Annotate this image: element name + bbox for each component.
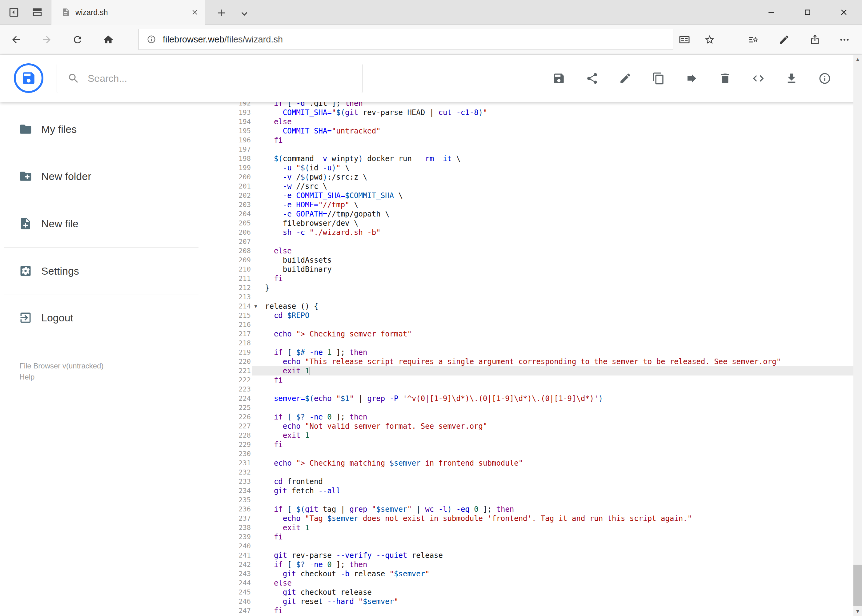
site-info-icon[interactable] [147, 35, 156, 44]
code-line-192[interactable]: 192 if [ -d .git ]; then [221, 102, 853, 108]
code-line-243[interactable]: 243 git checkout -b release "$semver" [221, 569, 853, 578]
code-line-236[interactable]: 236 if [ $(git tag | grep "$semver" | wc… [221, 504, 853, 514]
code-line-214[interactable]: 214▾release () { [221, 302, 853, 311]
browser-tab[interactable]: wizard.sh [51, 0, 205, 25]
code-line-211[interactable]: 211 fi [221, 274, 853, 283]
code-line-197[interactable]: 197 [221, 145, 853, 154]
code-line-235[interactable]: 235 [221, 495, 853, 504]
code-line-244[interactable]: 244 else [221, 578, 853, 588]
code-line-217[interactable]: 217 echo "> Checking semver format" [221, 329, 853, 339]
code-line-231[interactable]: 231 echo "> Checking matching $semver in… [221, 459, 853, 468]
code-line-239[interactable]: 239 fi [221, 532, 853, 542]
rename-icon[interactable] [619, 72, 632, 85]
code-line-242[interactable]: 242 if [ $? -ne 0 ]; then [221, 560, 853, 569]
minimize-button[interactable] [753, 0, 790, 25]
code-line-204[interactable]: 204 -e GOPATH=//tmp/gopath \ [221, 209, 853, 218]
code-line-200[interactable]: 200 -v /$(pwd):/src:z \ [221, 173, 853, 182]
tab-close-icon[interactable] [191, 8, 199, 16]
move-icon[interactable] [686, 72, 698, 85]
code-line-216[interactable]: 216 [221, 320, 853, 329]
tabs-aside-icon[interactable] [8, 6, 20, 18]
sidebar-item-logout[interactable]: Logout [0, 303, 216, 332]
page-scrollbar[interactable]: ▲ ▼ [853, 55, 862, 616]
code-line-225[interactable]: 225 [221, 403, 853, 412]
search-input[interactable] [88, 73, 356, 84]
code-line-202[interactable]: 202 -e COMMIT_SHA=$COMMIT_SHA \ [221, 191, 853, 200]
scroll-up-arrow[interactable]: ▲ [853, 55, 862, 64]
share-icon[interactable] [586, 72, 599, 85]
share-page-icon[interactable] [809, 34, 821, 45]
code-line-195[interactable]: 195 COMMIT_SHA="untracked" [221, 126, 853, 136]
code-line-224[interactable]: 224 semver=$(echo "$1" | grep -P '^v(0|[… [221, 394, 853, 403]
sidebar-item-new-folder[interactable]: New folder [0, 162, 216, 190]
code-line-208[interactable]: 208 else [221, 246, 853, 256]
forward-button[interactable] [41, 34, 52, 45]
code-line-230[interactable]: 230 [221, 449, 853, 459]
code-line-247[interactable]: 247 fi [221, 606, 853, 615]
code-line-228[interactable]: 228 exit 1 [221, 431, 853, 440]
code-editor[interactable]: 192 if [ -d .git ]; then193 COMMIT_SHA="… [221, 102, 853, 616]
download-icon[interactable] [785, 72, 798, 85]
code-line-196[interactable]: 196 fi [221, 136, 853, 145]
close-button[interactable] [826, 0, 862, 25]
code-line-237[interactable]: 237 echo "Tag $semver does not exist in … [221, 514, 853, 523]
home-button[interactable] [103, 34, 114, 45]
code-line-207[interactable]: 207 [221, 237, 853, 246]
code-line-205[interactable]: 205 filebrowser/dev \ [221, 218, 853, 228]
scrollbar-thumb[interactable] [853, 565, 862, 606]
filebrowser-logo[interactable] [14, 63, 43, 93]
code-line-233[interactable]: 233 cd frontend [221, 477, 853, 486]
code-line-215[interactable]: 215 cd $REPO [221, 311, 853, 320]
code-line-226[interactable]: 226 if [ $? -ne 0 ]; then [221, 412, 853, 422]
code-line-238[interactable]: 238 exit 1 [221, 523, 853, 532]
code-line-246[interactable]: 246 git reset --hard "$semver" [221, 597, 853, 606]
code-line-221[interactable]: 221 exit 1 [221, 366, 853, 376]
copy-icon[interactable] [652, 72, 665, 85]
refresh-button[interactable] [72, 34, 83, 45]
help-link[interactable]: Help [19, 371, 103, 383]
search-bar[interactable] [57, 64, 362, 93]
code-line-212[interactable]: 212} [221, 283, 853, 292]
code-line-209[interactable]: 209 buildAssets [221, 256, 853, 265]
code-line-232[interactable]: 232 [221, 468, 853, 477]
sidebar-item-settings[interactable]: Settings [0, 257, 216, 285]
scroll-down-arrow[interactable]: ▼ [853, 607, 862, 616]
code-line-199[interactable]: 199 -u "$(id -u)" \ [221, 163, 853, 173]
code-view-icon[interactable] [752, 72, 765, 85]
web-note-icon[interactable] [778, 34, 790, 45]
more-options-icon[interactable] [839, 34, 850, 45]
tab-preview-icon[interactable] [32, 6, 43, 18]
back-button[interactable] [11, 34, 22, 45]
address-bar[interactable]: filebrowser.web/files/wizard.sh [139, 29, 673, 50]
code-line-240[interactable]: 240 [221, 542, 853, 551]
code-line-229[interactable]: 229 fi [221, 440, 853, 449]
fold-arrow-icon[interactable]: ▾ [252, 302, 260, 311]
maximize-button[interactable] [790, 0, 826, 25]
code-line-198[interactable]: 198 $(command -v winpty) docker run --rm… [221, 154, 853, 163]
sidebar-item-my-files[interactable]: My files [0, 115, 216, 143]
save-icon[interactable] [552, 72, 565, 85]
code-line-227[interactable]: 227 echo "Not valid semver format. See s… [221, 422, 853, 431]
info-icon[interactable] [818, 72, 831, 85]
code-line-223[interactable]: 223 [221, 385, 853, 394]
code-line-245[interactable]: 245 git checkout release [221, 588, 853, 597]
code-line-218[interactable]: 218 [221, 339, 853, 348]
code-line-213[interactable]: 213 [221, 292, 853, 302]
code-line-193[interactable]: 193 COMMIT_SHA="$(git rev-parse HEAD | c… [221, 108, 853, 117]
code-line-194[interactable]: 194 else [221, 117, 853, 126]
hub-icon[interactable] [748, 34, 759, 45]
tab-list-chevron-icon[interactable] [238, 8, 250, 20]
code-line-206[interactable]: 206 sh -c "./wizard.sh -b" [221, 228, 853, 237]
reading-view-icon[interactable] [679, 34, 690, 45]
code-line-201[interactable]: 201 -w //src \ [221, 182, 853, 191]
favorite-star-icon[interactable] [704, 34, 715, 45]
code-line-241[interactable]: 241 git rev-parse --verify --quiet relea… [221, 551, 853, 560]
sidebar-item-new-file[interactable]: New file [0, 209, 216, 238]
delete-icon[interactable] [719, 72, 731, 85]
code-line-219[interactable]: 219 if [ $# -ne 1 ]; then [221, 348, 853, 357]
code-line-220[interactable]: 220 echo "This release script requires a… [221, 357, 853, 366]
code-line-203[interactable]: 203 -e HOME="//tmp" \ [221, 200, 853, 209]
code-line-234[interactable]: 234 git fetch --all [221, 486, 853, 495]
code-line-222[interactable]: 222 fi [221, 376, 853, 385]
code-line-210[interactable]: 210 buildBinary [221, 265, 853, 274]
